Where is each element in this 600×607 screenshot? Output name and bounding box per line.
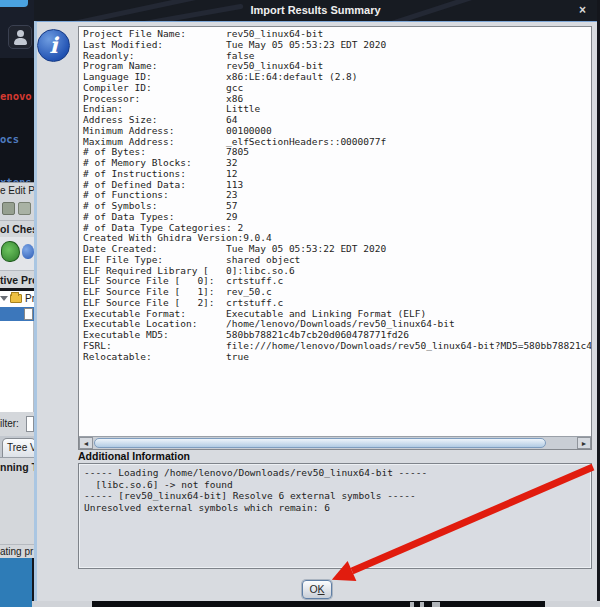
desktop-background xyxy=(0,558,32,607)
status-bar: ating pr xyxy=(0,544,34,558)
background-blue-tab xyxy=(0,0,28,7)
toolbar-icon[interactable] xyxy=(2,202,15,215)
import-summary-text: Project File Name: rev50_linux64-bit Las… xyxy=(79,27,591,362)
running-tools-panel xyxy=(0,476,34,544)
additional-information-label: Additional Information xyxy=(78,450,190,462)
dialog-title: Import Results Summary xyxy=(34,0,597,21)
filter-input[interactable] xyxy=(26,416,34,432)
tool-icon[interactable] xyxy=(22,244,34,259)
filter-label: ilter: xyxy=(0,418,19,429)
active-project-label: tive Pro xyxy=(0,270,34,288)
folder-icon xyxy=(10,294,22,303)
tool-chest-label: ol Ches xyxy=(0,220,34,237)
menu-bar-edit[interactable]: e Edit P xyxy=(0,182,34,197)
project-folder-row[interactable]: Pro xyxy=(0,291,34,307)
background-terminal: enovo ocs xtens enovo icked icked enovo xyxy=(0,58,34,182)
tab-strip: Tree V xyxy=(0,436,34,457)
horizontal-scrollbar[interactable]: ◄ ► xyxy=(79,436,591,449)
ghidra-dragon-icon[interactable] xyxy=(1,241,20,262)
person-icon xyxy=(17,30,24,37)
terminal-line: ocs xyxy=(0,132,34,146)
scroll-left-icon[interactable]: ◄ xyxy=(79,437,93,449)
import-summary-panel[interactable]: Project File Name: rev50_linux64-bit Las… xyxy=(78,26,592,450)
ok-button[interactable]: OK xyxy=(302,580,332,599)
selected-file-row[interactable] xyxy=(0,307,34,321)
project-folder-label: Pro xyxy=(25,291,34,307)
bottom-taskbar xyxy=(92,601,545,607)
scroll-right-icon[interactable]: ► xyxy=(577,437,591,449)
filter-row: ilter: xyxy=(0,412,34,436)
screenshot-user-icon xyxy=(8,25,32,49)
screen: enovo ocs xtens enovo icked icked enovo … xyxy=(0,0,600,607)
expander-icon[interactable] xyxy=(0,296,8,301)
file-icon xyxy=(24,308,33,320)
taskbar-glyph xyxy=(420,602,424,607)
scrollbar-thumb[interactable] xyxy=(94,438,546,448)
running-tools-label: nning T xyxy=(0,457,34,476)
project-toolbar xyxy=(0,197,34,220)
project-tree-panel[interactable] xyxy=(0,321,34,412)
terminal-line: enovo xyxy=(0,89,34,103)
additional-information-text: ----- Loading /home/lenovo/Downloads/rev… xyxy=(79,464,591,513)
toolbar-icon[interactable] xyxy=(18,202,31,215)
taskbar-glyph xyxy=(432,602,440,607)
tool-chest-icons xyxy=(0,237,34,270)
close-icon[interactable]: × xyxy=(579,0,586,21)
taskbar-glyph xyxy=(410,602,414,607)
additional-information-box[interactable]: ----- Loading /home/lenovo/Downloads/rev… xyxy=(78,463,592,569)
dialog-title-bar[interactable]: Import Results Summary × xyxy=(34,0,597,21)
tab-tree-view[interactable]: Tree V xyxy=(2,438,34,457)
terminal-line: xtens xyxy=(0,175,34,182)
info-icon: i xyxy=(37,29,70,62)
bottom-strip xyxy=(545,601,600,607)
bottom-strip xyxy=(32,601,92,607)
